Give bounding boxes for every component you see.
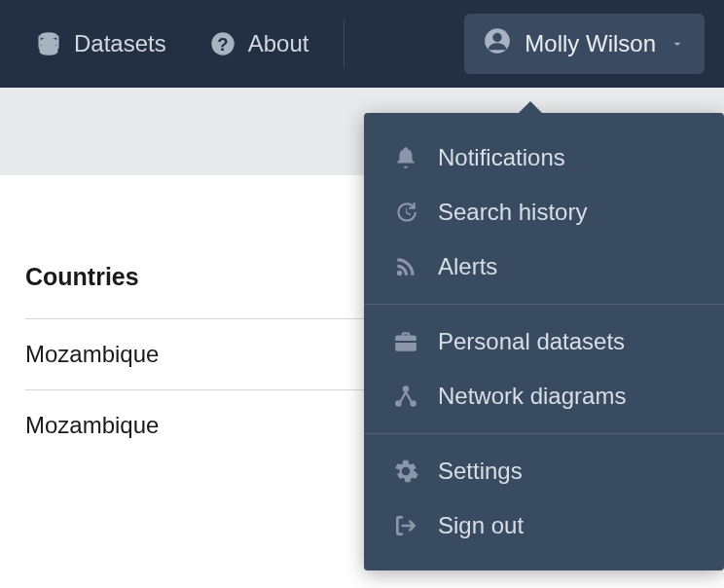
menu-sign-out[interactable]: Sign out [364, 498, 724, 553]
nav-label: About [248, 30, 309, 57]
history-icon [391, 200, 420, 225]
menu-divider [364, 304, 724, 305]
nav-label: Datasets [74, 30, 166, 57]
user-menu-button[interactable]: Molly Wilson [464, 14, 705, 74]
svg-point-7 [397, 271, 402, 276]
menu-label: Network diagrams [438, 383, 626, 410]
menu-settings[interactable]: Settings [364, 444, 724, 498]
rss-icon [391, 254, 420, 279]
briefcase-icon [391, 329, 420, 354]
menu-alerts[interactable]: Alerts [364, 239, 724, 294]
menu-label: Sign out [438, 512, 524, 539]
menu-search-history[interactable]: Search history [364, 185, 724, 239]
gear-icon [391, 459, 420, 484]
svg-point-6 [493, 33, 502, 42]
nav-divider [344, 19, 344, 68]
menu-label: Search history [438, 199, 587, 226]
user-dropdown: Notifications Search history Alerts Pers… [364, 113, 724, 570]
network-icon [391, 384, 420, 409]
menu-personal-datasets[interactable]: Personal datasets [364, 314, 724, 369]
chevron-down-icon [670, 30, 685, 57]
database-icon [35, 30, 62, 57]
menu-divider [364, 433, 724, 434]
menu-label: Notifications [438, 144, 565, 171]
nav-about[interactable]: ? About [194, 20, 325, 67]
menu-notifications[interactable]: Notifications [364, 130, 724, 185]
topbar: Datasets ? About Molly Wilson [0, 0, 724, 88]
menu-label: Settings [438, 458, 523, 485]
menu-label: Alerts [438, 253, 497, 280]
user-name: Molly Wilson [525, 30, 656, 57]
sign-out-icon [391, 513, 420, 538]
svg-text:?: ? [217, 34, 228, 55]
help-icon: ? [209, 30, 236, 57]
svg-point-8 [403, 386, 410, 392]
user-icon [484, 27, 511, 60]
nav-datasets[interactable]: Datasets [19, 20, 182, 67]
menu-network-diagrams[interactable]: Network diagrams [364, 369, 724, 423]
menu-label: Personal datasets [438, 328, 625, 355]
bell-icon [391, 145, 420, 170]
